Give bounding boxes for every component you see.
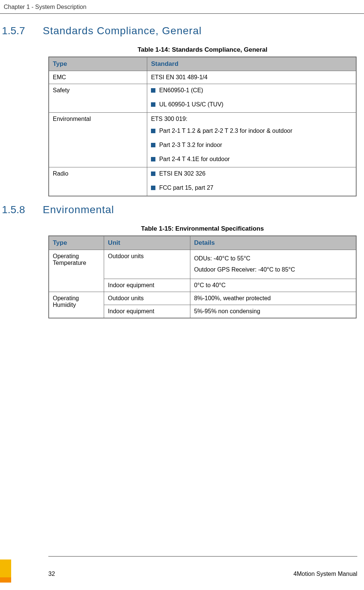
page-header: Chapter 1 - System Description <box>0 0 364 14</box>
orange-accent <box>0 577 11 583</box>
table-row: Type Unit Details <box>49 236 356 250</box>
cell-standard: ETS 300 019: Part 2-1 T 1.2 & part 2-2 T… <box>147 113 356 167</box>
table-header-unit: Unit <box>104 236 190 250</box>
table-row: EMC ETSI EN 301 489-1/4 <box>49 71 356 84</box>
section-title: Environmental <box>43 204 114 216</box>
table-header-details: Details <box>190 236 356 250</box>
list-item: ETSI EN 302 326 <box>151 170 352 177</box>
footer-color-accent <box>0 559 11 583</box>
list-item: Part 2-4 T 4.1E for outdoor <box>151 156 352 163</box>
chapter-title: Chapter 1 - System Description <box>4 4 357 10</box>
table-14-caption: Table 1-14: Standards Compliance, Genera… <box>48 46 357 54</box>
list-item: UL 60950-1 US/C (TUV) <box>151 101 352 108</box>
cell-type: EMC <box>49 71 147 84</box>
detail-line: ODUs: -40°C to 55°C <box>194 253 352 264</box>
cell-standard: EN60950-1 (CE) UL 60950-1 US/C (TUV) <box>147 84 356 113</box>
cell-details: 5%-95% non condensing <box>190 305 356 318</box>
yellow-accent <box>0 559 11 577</box>
footer-left: 32 <box>0 559 55 583</box>
bullet-list: ETSI EN 302 326 FCC part 15, part 27 <box>151 170 352 191</box>
footer-content: 32 4Motion System Manual <box>0 559 364 583</box>
cell-standard: ETSI EN 301 489-1/4 <box>147 71 356 84</box>
table-header-standard: Standard <box>147 57 356 71</box>
table-14: Type Standard EMC ETSI EN 301 489-1/4 Sa… <box>48 57 357 196</box>
table-row: Radio ETSI EN 302 326 FCC part 15, part … <box>49 167 356 196</box>
list-item: EN60950-1 (CE) <box>151 87 352 94</box>
cell-unit: Outdoor units <box>104 250 190 279</box>
list-item: Part 2-1 T 1.2 & part 2-2 T 2.3 for indo… <box>151 128 352 134</box>
page-footer: 32 4Motion System Manual <box>0 556 364 583</box>
page-number: 32 <box>48 571 55 583</box>
cell-type: Operating Humidity <box>49 292 104 318</box>
cell-details: ODUs: -40°C to 55°C Outdoor GPS Receiver… <box>190 250 356 279</box>
cell-details: 0°C to 40°C <box>190 279 356 292</box>
cell-type: Radio <box>49 167 147 196</box>
section-number: 1.5.8 <box>0 204 43 216</box>
table-row: Operating Humidity Outdoor units 8%-100%… <box>49 292 356 305</box>
table-row: Type Standard <box>49 57 356 71</box>
detail-line: Outdoor GPS Receiver: -40°C to 85°C <box>194 264 352 275</box>
table-header-type: Type <box>49 236 104 250</box>
section-heading-158: 1.5.8 Environmental <box>0 204 357 216</box>
table-14-wrapper: Table 1-14: Standards Compliance, Genera… <box>48 46 357 196</box>
section-title: Standards Compliance, General <box>43 25 202 37</box>
intro-text: ETS 300 019: <box>151 116 352 122</box>
cell-unit: Indoor equipment <box>104 279 190 292</box>
table-header-type: Type <box>49 57 147 71</box>
bullet-list: Part 2-1 T 1.2 & part 2-2 T 2.3 for indo… <box>151 128 352 163</box>
page-content: 1.5.7 Standards Compliance, General Tabl… <box>0 25 364 318</box>
cell-unit: Indoor equipment <box>104 305 190 318</box>
section-number: 1.5.7 <box>0 25 43 37</box>
cell-type: Environmental <box>49 113 147 167</box>
table-15-wrapper: Table 1-15: Environmental Specifications… <box>48 225 357 318</box>
bullet-list: EN60950-1 (CE) UL 60950-1 US/C (TUV) <box>151 87 352 108</box>
section-heading-157: 1.5.7 Standards Compliance, General <box>0 25 357 37</box>
cell-standard: ETSI EN 302 326 FCC part 15, part 27 <box>147 167 356 196</box>
list-item: Part 2-3 T 3.2 for indoor <box>151 142 352 148</box>
cell-unit: Outdoor units <box>104 292 190 305</box>
table-15-caption: Table 1-15: Environmental Specifications <box>48 225 357 233</box>
table-15: Type Unit Details Operating Temperature … <box>48 235 357 318</box>
table-row: Safety EN60950-1 (CE) UL 60950-1 US/C (T… <box>49 84 356 113</box>
table-row: Environmental ETS 300 019: Part 2-1 T 1.… <box>49 113 356 167</box>
cell-details: 8%-100%, weather protected <box>190 292 356 305</box>
manual-name: 4Motion System Manual <box>293 571 357 583</box>
cell-type: Operating Temperature <box>49 250 104 292</box>
footer-rule <box>48 556 357 557</box>
cell-type: Safety <box>49 84 147 113</box>
table-row: Operating Temperature Outdoor units ODUs… <box>49 250 356 279</box>
list-item: FCC part 15, part 27 <box>151 185 352 191</box>
